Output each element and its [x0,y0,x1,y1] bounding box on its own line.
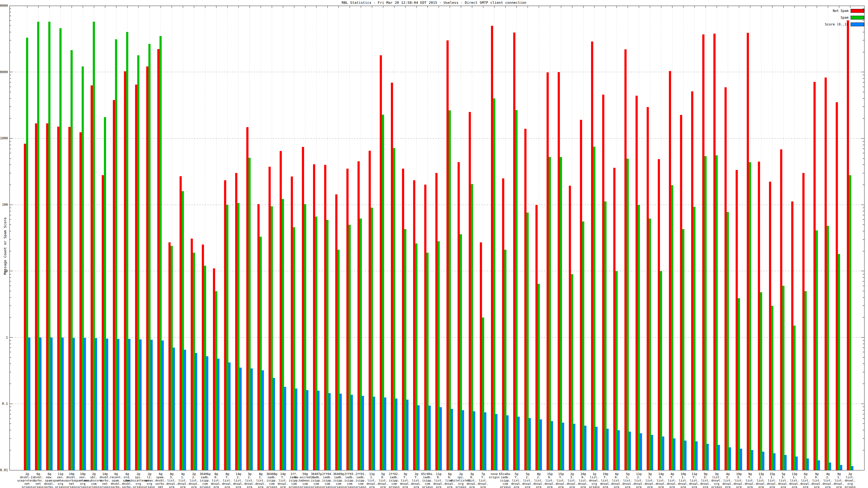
bar-not-spam [658,159,660,470]
bar-spam [282,199,284,470]
bar-spam [170,246,173,470]
bar-spam [816,230,818,470]
x-axis-label: 11@0.list.dnswl.orgorigin [433,472,444,488]
bar-not-spam [535,205,538,470]
bar-score [573,424,575,470]
x-axis-label: 1ff.iadb.isipp.comorigin [289,472,300,488]
bar-not-spam [324,165,326,470]
bar-not-spam [224,180,226,470]
bar-score [640,433,642,470]
x-axis-label: 8@2.list.dnswl.orgorigin [533,472,544,488]
bar-spam [48,22,51,470]
bar-not-spam [235,173,237,470]
bar-spam [616,271,618,470]
x-axis-label: 4@0.list.dnswl.orgorigin [611,472,622,488]
y-tick-label: 100 [2,203,8,206]
bar-not-spam [458,162,460,470]
legend-label-spam: Spam [841,16,848,20]
bar-not-spam [802,173,805,470]
x-axis-label: 5@Y.list.dnswl.orgorigin [511,472,522,488]
bar-spam [549,157,551,470]
bar-score [651,435,653,470]
bar-not-spam [313,164,315,470]
bar-not-spam [380,55,382,470]
bar-score [662,436,664,470]
bar-spam [649,219,651,470]
bar-not-spam [302,147,304,470]
bar-score [51,337,53,470]
bar-not-spam [624,50,627,470]
bar-not-spam [191,238,193,470]
bar-score [384,397,386,470]
bar-spam [571,274,573,470]
bar-spam [115,39,117,470]
legend-label-not-spam: Not Spam [833,9,848,13]
bar-spam [538,284,540,470]
bar-not-spam [157,49,159,470]
x-axis-label: 13@1.list.dnswl.orgorigin [789,472,800,488]
bar-score [273,378,275,470]
x-axis-label: 13@2.list.dnswl.orgorigin [756,472,767,488]
x-axis-label: 15@Y.list.dnswl.orgorigin [556,472,566,488]
y-tick-label: 10 [4,269,8,273]
bar-score [540,419,542,470]
x-axis-label: 14@Y.list.dnswl.orgorigin [278,472,288,488]
bar-spam [293,227,295,470]
bar-not-spam [469,112,471,470]
bar-not-spam [713,34,716,470]
x-axis-label: 36408@iadb.isipp.comorigin [267,472,277,488]
bar-spam [482,318,484,470]
x-axis-label: 4@2.list.dnswl.orgorigin [823,472,833,488]
x-axis-label: 10@3.list.dnswl.orgorigin [734,472,744,488]
bar-not-spam [636,96,638,470]
bar-spam [716,155,718,470]
bar-not-spam [836,102,838,470]
bar-spam [82,66,84,470]
x-axis-label: 9@Y.list.dnswl.orgorigin [745,472,755,488]
bar-spam [738,298,740,470]
bar-score [562,423,564,470]
bar-score [240,368,242,470]
bar-spam [682,229,684,470]
bar-spam [304,204,306,470]
bar-score [607,429,609,470]
y-tick-label: 1 [6,336,8,339]
bar-not-spam [369,151,371,470]
bar-score [317,391,319,470]
bar-score [329,393,331,470]
legend-label-score-0-1-: Score (0..1) [825,23,848,26]
bar-score [95,338,97,470]
bar-not-spam [402,169,404,470]
bar-spam [527,213,529,470]
bar-spam [193,253,195,470]
bar-spam [259,237,262,470]
bar-spam [638,205,640,470]
x-axis-label: 14@dnsbl.sorbs.netorigin [99,472,111,488]
x-axis-label: 65ca0a.iadb.isipp.comorigin [499,472,512,488]
bar-not-spam [446,40,448,470]
bar-score [473,411,475,470]
plot-area: 1000001000010001001010.10.012@dnsbl-2.uc… [0,0,868,488]
bar-score [195,353,197,470]
bar-score [251,368,253,470]
x-axis-label: 8@3.list.dnswl.orgorigin [166,472,177,488]
bar-spam [315,217,317,470]
bar-not-spam [702,34,705,470]
bar-not-spam [202,245,204,470]
bar-not-spam [80,132,82,470]
bar-spam [749,162,751,470]
x-axis-label: 4@1.list.dnswl.orgorigin [177,472,188,488]
bar-not-spam [91,86,93,470]
x-axis-label: 7@Y.list.dnswl.orgorigin [478,472,489,488]
x-axis-label: 5@0.list.dnswl.orgorigin [378,472,389,488]
bar-not-spam [580,120,582,470]
x-axis-label: 2@list.dnswl.orgorigin [845,472,856,488]
bar-score [684,441,686,470]
x-axis-label: 9@1.list.dnswl.orgorigin [834,472,844,488]
bar-spam [215,291,217,470]
bar-score [151,340,153,470]
bar-spam [437,241,440,470]
bar-score [73,338,75,470]
bar-not-spam [547,72,549,470]
bar-spam [582,222,584,470]
